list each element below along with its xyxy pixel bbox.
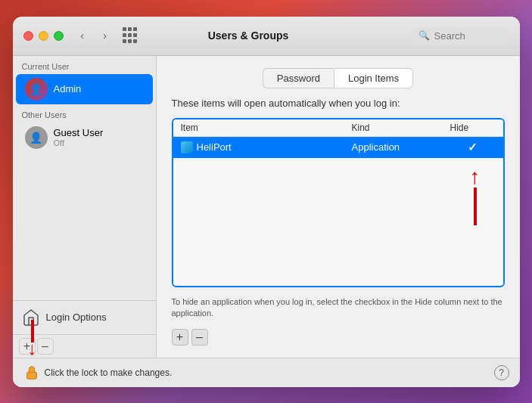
table-actions: + – <box>172 329 505 346</box>
sidebar: Current User 👤 Admin Other Users 👤 Guest… <box>13 56 157 358</box>
help-button[interactable]: ? <box>494 365 509 380</box>
minimize-button[interactable] <box>39 31 48 41</box>
avatar-admin: 👤 <box>25 78 48 101</box>
lock-text: Click the lock to make changes. <box>45 367 173 378</box>
other-users-label: Other Users <box>13 104 156 122</box>
items-table: Item Kind Hide HeliPort Application ✓ <box>172 118 505 287</box>
row-kind-heliport: Application <box>352 141 450 153</box>
footer-text: To hide an application when you log in, … <box>172 296 505 320</box>
guest-user-info: Guest User Off <box>54 127 104 147</box>
add-item-button[interactable]: + <box>172 329 188 346</box>
sidebar-item-guest[interactable]: 👤 Guest User Off <box>16 122 153 153</box>
table-row-empty-2 <box>173 179 503 200</box>
maximize-button[interactable] <box>54 31 64 41</box>
main-panel: Password Login Items These items will op… <box>157 56 520 358</box>
avatar-guest: 👤 <box>25 126 48 149</box>
hide-checkmark: ✓ <box>468 141 478 154</box>
close-button[interactable] <box>23 31 33 41</box>
description-text: These items will open automatically when… <box>172 98 505 109</box>
login-options-label: Login Options <box>46 312 107 323</box>
sidebar-item-admin[interactable]: 👤 Admin <box>16 74 153 104</box>
admin-user-name: Admin <box>54 83 82 95</box>
tab-login-items[interactable]: Login Items <box>334 68 413 88</box>
table-row-empty-6 <box>173 264 503 285</box>
traffic-lights <box>23 31 64 41</box>
heliport-app-icon <box>181 141 193 153</box>
col-hide: Hide <box>450 122 496 133</box>
tab-password[interactable]: Password <box>263 68 334 88</box>
row-item-heliport: HeliPort <box>181 141 352 153</box>
lock-icon[interactable] <box>23 364 40 381</box>
sidebar-add-button[interactable]: + <box>19 338 36 355</box>
sidebar-login-options[interactable]: Login Options <box>13 300 156 334</box>
content-area: Current User 👤 Admin Other Users 👤 Guest… <box>13 56 520 358</box>
main-window: ‹ › Users & Groups 🔍 Current User 👤 Admi… <box>13 17 520 387</box>
table-row[interactable]: HeliPort Application ✓ <box>173 137 503 158</box>
col-kind: Kind <box>352 122 450 133</box>
table-row-empty-1 <box>173 158 503 179</box>
titlebar: ‹ › Users & Groups 🔍 <box>13 17 520 56</box>
window-title: Users & Groups <box>86 29 411 42</box>
col-item: Item <box>181 122 352 133</box>
search-input[interactable] <box>434 30 495 42</box>
current-user-label: Current User <box>13 56 156 74</box>
house-icon <box>22 308 40 327</box>
table-row-empty-4 <box>173 222 503 243</box>
remove-item-button[interactable]: – <box>191 329 208 346</box>
table-row-empty-3 <box>173 200 503 222</box>
sidebar-add-remove: + – <box>13 334 156 358</box>
row-hide-heliport[interactable]: ✓ <box>450 141 496 154</box>
search-box[interactable]: 🔍 <box>411 27 509 45</box>
svg-rect-0 <box>26 372 36 379</box>
sidebar-remove-button[interactable]: – <box>37 338 54 355</box>
table-row-empty-5 <box>173 243 503 264</box>
search-icon: 🔍 <box>418 30 430 41</box>
lock-bar: ↓ Click the lock to make changes. ? <box>13 358 520 387</box>
table-header: Item Kind Hide <box>173 119 503 137</box>
table-body: HeliPort Application ✓ <box>173 137 503 286</box>
tab-bar: Password Login Items <box>263 68 413 88</box>
